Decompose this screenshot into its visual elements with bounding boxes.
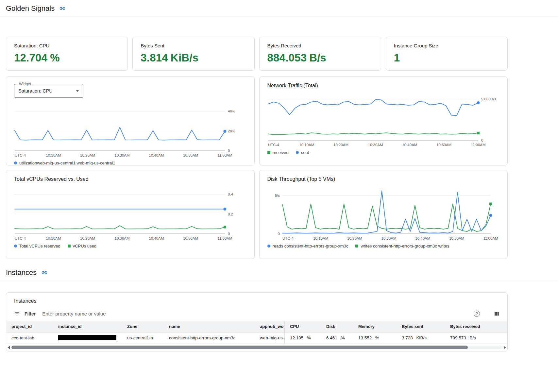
legend-label: received bbox=[273, 150, 289, 155]
filter-icon[interactable] bbox=[14, 311, 20, 317]
scorecard-value: 3.814KiB/s bbox=[141, 52, 246, 64]
column-header-memory[interactable]: Memory bbox=[353, 321, 397, 332]
vcpus-chart: 00.20.4UTC-410:10AM10:20AM10:30AM10:40AM… bbox=[14, 186, 246, 241]
legend-item[interactable]: utilizationweb-mig-us-central1 web-mig-u… bbox=[14, 161, 115, 165]
svg-text:5,000B/s: 5,000B/s bbox=[481, 97, 496, 101]
scorecard-value: 12.704% bbox=[14, 52, 120, 64]
svg-text:11:00AM: 11:00AM bbox=[217, 153, 232, 157]
svg-text:10:50AM: 10:50AM bbox=[183, 236, 198, 240]
legend-item[interactable]: vCPUs used bbox=[68, 244, 96, 248]
legend-label: reads consistent-http-errors-group-xm3c bbox=[273, 244, 348, 248]
widget-select[interactable]: Widget Saturation: CPU bbox=[14, 84, 83, 98]
legend-item[interactable]: writes consistent-http-errors-group-xm3c… bbox=[355, 244, 449, 248]
legend-label: utilizationweb-mig-us-central1 web-mig-u… bbox=[19, 161, 115, 165]
charts-grid: Widget Saturation: CPU 020%40%UTC-410:10… bbox=[6, 77, 508, 259]
saturation-cpu-legend: utilizationweb-mig-us-central1 web-mig-u… bbox=[14, 161, 246, 165]
legend-circle-marker bbox=[14, 162, 17, 164]
scorecard-label: Instance Group Size bbox=[394, 43, 499, 48]
svg-text:10:30AM: 10:30AM bbox=[368, 143, 383, 147]
svg-text:11:00AM: 11:00AM bbox=[471, 143, 485, 147]
svg-text:10:10AM: 10:10AM bbox=[299, 143, 314, 147]
svg-text:0: 0 bbox=[278, 232, 279, 236]
scorecard-saturation-cpu: Saturation: CPU 12.704% bbox=[6, 37, 128, 71]
svg-text:0: 0 bbox=[228, 232, 230, 236]
table-row[interactable]: cco-test-lab us-central1-a consistent-ht… bbox=[6, 332, 507, 344]
instances-card: Instances Filter ? project_id instance_i… bbox=[6, 292, 508, 351]
scorecard-label: Saturation: CPU bbox=[14, 43, 120, 48]
column-header-project-id[interactable]: project_id bbox=[6, 321, 53, 332]
svg-text:10:40AM: 10:40AM bbox=[402, 143, 417, 147]
svg-text:0: 0 bbox=[228, 149, 230, 153]
table-header-row: project_id instance_id Zone name apphub_… bbox=[6, 321, 507, 332]
instances-table-title: Instances bbox=[6, 293, 507, 308]
column-header-apphub[interactable]: apphub_wo bbox=[255, 321, 284, 332]
column-header-name[interactable]: name bbox=[164, 321, 255, 332]
legend-item[interactable]: reads consistent-http-errors-group-xm3c bbox=[267, 244, 348, 248]
svg-text:10:10AM: 10:10AM bbox=[46, 153, 61, 157]
column-header-disk[interactable]: Disk bbox=[321, 321, 353, 332]
svg-text:0.2: 0.2 bbox=[228, 212, 233, 216]
link-icon[interactable] bbox=[41, 269, 48, 276]
scorecard-value: 884.053B/s bbox=[267, 52, 373, 64]
svg-text:11:00AM: 11:00AM bbox=[483, 236, 498, 240]
filter-label: Filter bbox=[25, 311, 36, 316]
svg-text:UTC-4: UTC-4 bbox=[268, 143, 279, 147]
svg-text:10:50AM: 10:50AM bbox=[449, 236, 464, 240]
column-header-cpu[interactable]: CPU bbox=[284, 321, 321, 332]
scorecards-row: Saturation: CPU 12.704% Bytes Sent 3.814… bbox=[6, 37, 508, 71]
dashboard-page: Golden Signals Saturation: CPU 12.704% B… bbox=[0, 0, 558, 351]
legend-item[interactable]: sent bbox=[296, 150, 309, 155]
column-header-bytes-received[interactable]: Bytes received bbox=[445, 321, 507, 332]
network-traffic-legend: receivedsent bbox=[267, 150, 500, 155]
scroll-right-arrow[interactable] bbox=[504, 346, 506, 349]
svg-text:10:20AM: 10:20AM bbox=[80, 236, 95, 240]
scorecard-unit: KiB/s bbox=[171, 52, 198, 64]
svg-text:10:10AM: 10:10AM bbox=[313, 236, 328, 240]
horizontal-scrollbar[interactable] bbox=[6, 344, 507, 351]
scrollbar-thumb[interactable] bbox=[11, 346, 468, 349]
legend-square-marker bbox=[267, 151, 270, 154]
column-header-instance-id[interactable]: instance_id bbox=[53, 321, 122, 332]
scorecard-label: Bytes Sent bbox=[141, 43, 246, 48]
legend-label: writes consistent-http-errors-group-xm3c… bbox=[361, 244, 449, 248]
saturation-cpu-chart: 020%40%UTC-410:10AM10:20AM10:30AM10:40AM… bbox=[14, 103, 246, 158]
svg-text:5/s: 5/s bbox=[275, 194, 280, 197]
chart-title: Network Traffic (Total) bbox=[267, 83, 500, 89]
svg-text:UTC-4: UTC-4 bbox=[282, 236, 294, 240]
legend-square-marker bbox=[68, 245, 71, 247]
filter-input[interactable] bbox=[42, 311, 469, 317]
cell-disk: 6.461 % bbox=[321, 332, 353, 344]
widget-select-value: Saturation: CPU bbox=[18, 88, 73, 94]
legend-label: Total vCPUs reserved bbox=[19, 244, 60, 248]
column-display-icon[interactable] bbox=[494, 311, 499, 317]
legend-circle-marker bbox=[267, 245, 270, 247]
svg-text:10:30AM: 10:30AM bbox=[115, 236, 130, 240]
page-title: Golden Signals bbox=[6, 4, 55, 13]
scorecard-bytes-received: Bytes Received 884.053B/s bbox=[259, 37, 381, 71]
disk-throughput-card: Disk Throughput (Top 5 VMs) 05/sUTC-410:… bbox=[259, 170, 508, 259]
scorecard-value: 1 bbox=[394, 52, 499, 64]
link-icon[interactable] bbox=[59, 5, 66, 12]
legend-item[interactable]: Total vCPUs reserved bbox=[14, 244, 60, 248]
scrollbar-track[interactable] bbox=[11, 346, 502, 349]
legend-item[interactable]: received bbox=[267, 150, 289, 155]
chevron-down-icon bbox=[76, 90, 79, 92]
scroll-left-arrow[interactable] bbox=[8, 346, 10, 349]
svg-text:10:20AM: 10:20AM bbox=[80, 153, 95, 157]
filter-bar: Filter ? bbox=[6, 308, 507, 321]
svg-text:10:40AM: 10:40AM bbox=[149, 236, 164, 240]
svg-text:10:50AM: 10:50AM bbox=[436, 143, 451, 147]
column-header-zone[interactable]: Zone bbox=[122, 321, 164, 332]
svg-text:10:30AM: 10:30AM bbox=[115, 153, 130, 157]
legend-label: vCPUs used bbox=[73, 244, 96, 248]
column-header-bytes-sent[interactable]: Bytes sent bbox=[397, 321, 445, 332]
svg-text:10:30AM: 10:30AM bbox=[381, 236, 396, 240]
help-icon[interactable]: ? bbox=[474, 311, 480, 317]
vcpus-card: Total vCPUs Reserved vs. Used 00.20.4UTC… bbox=[6, 170, 255, 259]
cell-bytes-sent: 3.728 KiB/s bbox=[397, 332, 445, 344]
svg-text:10:40AM: 10:40AM bbox=[149, 153, 164, 157]
cell-cpu: 12.105 % bbox=[284, 332, 321, 344]
svg-text:UTC-4: UTC-4 bbox=[15, 153, 26, 157]
disk-throughput-chart: 05/sUTC-410:10AM10:20AM10:30AM10:40AM10:… bbox=[267, 186, 500, 241]
svg-text:11:00AM: 11:00AM bbox=[217, 236, 232, 240]
